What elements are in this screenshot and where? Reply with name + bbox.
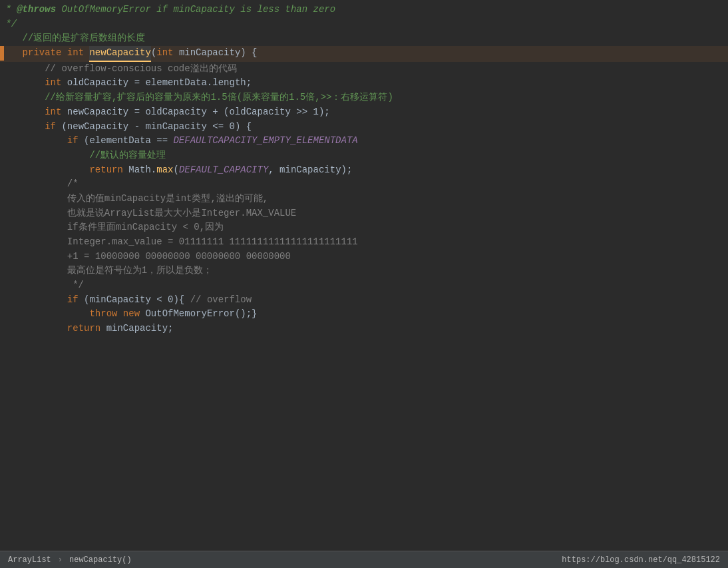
code-token [0,105,45,120]
breadcrumb-method: newCapacity() [69,555,132,565]
code-token: int [45,105,61,120]
code-token: ( [151,46,156,61]
code-token: throw [89,307,117,322]
code-token: int [67,46,84,61]
code-token: max [156,163,173,178]
code-token: 也就是说ArrayList最大大小是Integer.MAX_VALUE [67,206,296,221]
code-token: */ [73,278,84,293]
code-line: */ [0,17,728,32]
code-token: //给新容量扩容,扩容后的容量为原来的1.5倍(原来容量的1.5倍,>>：右移运… [45,91,393,105]
code-line: */ [0,278,728,293]
code-token: if [45,120,56,135]
code-token: new [123,307,140,322]
code-line: //给新容量扩容,扩容后的容量为原来的1.5倍(原来容量的1.5倍,>>：右移运… [0,91,728,105]
code-line: if (elementData == DEFAULTCAPACITY_EMPTY… [0,134,728,148]
code-token: DEFAULTCAPACITY_EMPTY_ELEMENTDATA [173,134,357,148]
code-token: /* [67,177,79,192]
code-line: int oldCapacity = elementData.length; [0,76,728,91]
code-line: 也就是说ArrayList最大大小是Integer.MAX_VALUE [0,206,728,221]
code-line: return Math.max(DEFAULT_CAPACITY, minCap… [0,163,728,178]
code-token [0,134,67,148]
code-token: if [67,134,79,148]
code-token [0,307,89,322]
code-token: Integer.max_value = 01111111 11111111111… [67,235,358,250]
code-line: if (minCapacity < 0){ // overflow [0,293,728,308]
code-line: int newCapacity = oldCapacity + (oldCapa… [0,105,728,120]
code-token [0,148,89,163]
code-line: return minCapacity; [0,322,728,336]
code-line: +1 = 10000000 00000000 00000000 00000000 [0,250,728,264]
code-token [0,177,67,192]
code-line: if条件里面minCapacity < 0,因为 [0,220,728,235]
code-line: * @throws OutOfMemoryError if minCapacit… [0,3,728,17]
code-token [0,264,67,278]
code-token: newCapacity = oldCapacity + (oldCapacity… [61,105,329,120]
code-token: if [67,293,79,308]
code-line: /* [0,177,728,192]
code-token: //默认的容量处理 [89,148,166,163]
code-token [0,206,67,221]
code-token [0,278,73,293]
code-token: // overflow [190,293,252,308]
code-line: private int newCapacity(int minCapacity)… [0,46,728,62]
code-token [0,120,45,135]
code-line: Integer.max_value = 01111111 11111111111… [0,235,728,250]
code-token [0,192,67,206]
breadcrumb-separator: › [58,555,63,565]
code-token [0,62,45,77]
code-token [117,307,122,322]
code-token: //返回的是扩容后数组的长度 [23,31,146,46]
code-token: minCapacity) { [174,46,258,61]
code-token: private [23,46,62,61]
code-token [0,31,23,46]
code-token: 最高位是符号位为1，所以是负数； [67,264,212,278]
code-token: * [0,3,17,17]
code-editor: * @throws OutOfMemoryError if minCapacit… [0,0,728,551]
code-token: ( [173,163,178,178]
code-token: int [156,46,173,61]
code-token: */ [0,17,17,32]
code-token: oldCapacity = elementData.length; [61,76,252,91]
code-line: throw new OutOfMemoryError();} [0,307,728,322]
code-token: (elementData == [79,134,174,148]
code-line: 最高位是符号位为1，所以是负数； [0,264,728,278]
code-token [84,46,89,61]
code-token: Math. [123,163,156,178]
code-token [0,220,67,235]
code-token: return [89,163,122,178]
code-token: // overflow-conscious code溢出的代码 [45,62,236,77]
code-line: // overflow-conscious code溢出的代码 [0,62,728,77]
code-line: //返回的是扩容后数组的长度 [0,31,728,46]
code-token: 传入的值minCapacity是int类型,溢出的可能, [67,192,268,206]
code-token: , minCapacity); [268,163,352,178]
breadcrumb-arraylist: ArrayList [8,555,51,565]
code-token: +1 = 10000000 00000000 00000000 00000000 [67,250,291,264]
code-line: if (newCapacity - minCapacity <= 0) { [0,120,728,135]
code-token [0,163,89,178]
code-token [0,91,45,105]
code-token [0,293,67,308]
code-token: DEFAULT_CAPACITY [179,163,268,178]
code-line: //默认的容量处理 [0,148,728,163]
status-url: https://blog.csdn.net/qq_42815122 [562,555,720,565]
line-highlight-bar [0,46,4,61]
status-bar: ArrayList › newCapacity() https://blog.c… [0,551,728,568]
code-token: if minCapacity is less than zero [156,3,335,17]
code-token [0,322,67,336]
code-token: OutOfMemoryError();} [140,307,257,322]
code-token: minCapacity; [100,322,173,336]
code-token [0,76,45,91]
code-token: newCapacity [89,46,150,62]
status-breadcrumb: ArrayList › newCapacity() [8,555,132,565]
code-token [0,250,67,264]
code-line: 传入的值minCapacity是int类型,溢出的可能, [0,192,728,206]
code-token: if条件里面minCapacity < 0,因为 [67,220,224,235]
code-token: @throws [17,3,56,17]
code-token [61,46,67,61]
code-token: int [45,76,61,91]
code-token [0,235,67,250]
code-token: (newCapacity - minCapacity <= 0) { [56,120,252,135]
code-token: (minCapacity < 0){ [79,293,190,308]
code-token: return [67,322,100,336]
code-token: OutOfMemoryError [56,3,156,17]
